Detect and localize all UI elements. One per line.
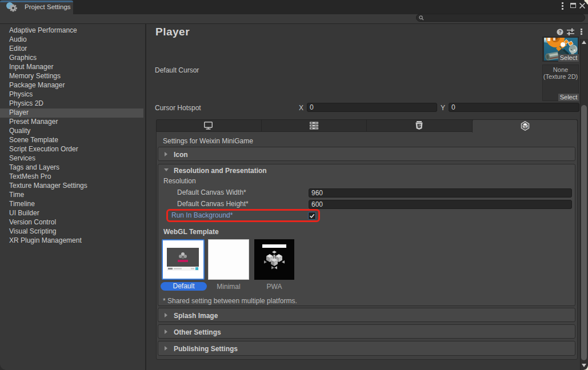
svg-text:M: M bbox=[525, 126, 527, 129]
svg-text:?: ? bbox=[558, 29, 561, 35]
